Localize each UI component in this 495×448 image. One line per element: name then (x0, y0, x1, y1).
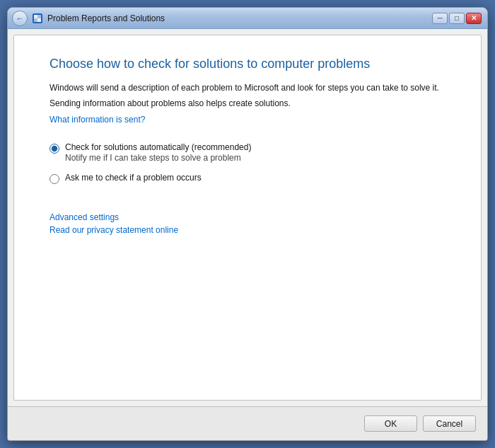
content-panel: Choose how to check for solutions to com… (13, 35, 482, 401)
svg-rect-3 (34, 18, 37, 22)
option-manual-labels: Ask me to check if a problem occurs (65, 173, 202, 183)
cancel-button[interactable]: Cancel (423, 415, 476, 432)
option-manual: Ask me to check if a problem occurs (50, 173, 446, 184)
app-icon (32, 13, 43, 24)
window-title: Problem Reports and Solutions (47, 13, 165, 23)
radio-auto[interactable] (50, 144, 59, 154)
main-window: ← Problem Reports and Solutions ─ □ ✕ Ch… (7, 7, 488, 441)
title-bar: ← Problem Reports and Solutions ─ □ ✕ (8, 8, 487, 29)
bottom-links-section: Advanced settings Read our privacy state… (50, 212, 446, 235)
restore-button[interactable]: □ (449, 13, 465, 24)
svg-rect-4 (37, 18, 41, 22)
description-line2: Sending information about problems also … (50, 97, 446, 110)
option-auto-sub-label: Notify me if I can take steps to solve a… (65, 153, 251, 163)
option-manual-main-label: Ask me to check if a problem occurs (65, 173, 202, 183)
what-info-link[interactable]: What information is sent? (50, 115, 145, 125)
radio-manual[interactable] (50, 174, 59, 184)
option-auto: Check for solutions automatically (recom… (50, 142, 446, 163)
footer-bar: OK Cancel (8, 406, 487, 440)
option-auto-main-label: Check for solutions automatically (recom… (65, 142, 251, 152)
privacy-statement-link[interactable]: Read our privacy statement online (50, 225, 446, 235)
options-section: Check for solutions automatically (recom… (50, 142, 446, 184)
description-line1: Windows will send a description of each … (50, 81, 446, 94)
page-heading: Choose how to check for solutions to com… (50, 57, 446, 71)
close-button[interactable]: ✕ (466, 13, 482, 24)
svg-rect-1 (34, 15, 37, 18)
minimize-button[interactable]: ─ (432, 13, 448, 24)
ok-button[interactable]: OK (364, 415, 417, 432)
back-button[interactable]: ← (12, 11, 28, 26)
option-auto-labels: Check for solutions automatically (recom… (65, 142, 251, 163)
title-bar-left: ← Problem Reports and Solutions (12, 11, 165, 26)
window-controls: ─ □ ✕ (432, 13, 482, 24)
advanced-settings-link[interactable]: Advanced settings (50, 212, 446, 222)
svg-rect-2 (37, 15, 41, 18)
